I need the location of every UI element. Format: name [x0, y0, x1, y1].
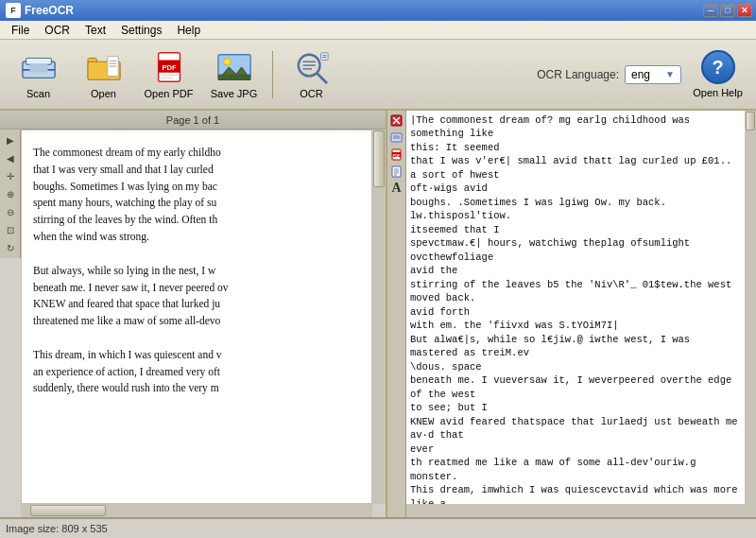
open-pdf-icon: PDF — [151, 49, 187, 85]
document-text: The commonest dream of my early childho … — [33, 145, 360, 397]
side-tools: ▶ ◀ ✛ ⊕ ⊖ ⊡ ↻ — [0, 130, 21, 258]
fit-tool[interactable]: ⊡ — [2, 221, 19, 238]
status-bar: Image size: 809 x 535 — [0, 517, 756, 538]
menu-settings[interactable]: Settings — [113, 22, 169, 39]
menu-text[interactable]: Text — [77, 22, 113, 39]
menu-ocr[interactable]: OCR — [37, 22, 77, 39]
open-label: Open — [91, 88, 116, 99]
menu-help[interactable]: Help — [169, 22, 208, 39]
svg-rect-2 — [27, 60, 49, 62]
svg-rect-25 — [320, 53, 328, 61]
rt-close-btn[interactable] — [389, 113, 404, 128]
open-icon — [86, 49, 122, 85]
save-jpg-label: Save JPG — [211, 88, 258, 99]
ocr-scroll-thumb[interactable] — [746, 112, 755, 130]
open-pdf-label: Open PDF — [145, 88, 194, 99]
open-pdf-button[interactable]: PDF Open PDF — [138, 45, 199, 104]
rt-tool5[interactable]: A — [389, 181, 404, 196]
scan-icon — [21, 49, 57, 85]
svg-point-17 — [223, 59, 231, 66]
ocr-label: OCR — [300, 88, 322, 99]
dropdown-arrow-icon: ▼ — [665, 69, 675, 79]
toolbar-separator — [272, 51, 273, 98]
main-content: Page 1 of 1 ▶ ◀ ✛ ⊕ ⊖ ⊡ ↻ The commonest … — [0, 111, 756, 517]
svg-rect-4 — [29, 63, 47, 73]
ocr-text-content[interactable]: |The commonest dream of? mg earlg childh… — [406, 111, 745, 504]
menu-file[interactable]: File — [4, 22, 37, 39]
language-value: eng — [631, 68, 650, 81]
document-content: The commonest dream of my early childho … — [21, 130, 372, 504]
title-bar-left: F FreeOCR — [6, 3, 74, 18]
toolbar: Scan Open PDF Open PDF — [0, 40, 756, 111]
title-bar-controls[interactable]: ─ □ ✕ — [703, 4, 752, 17]
app-title: FreeOCR — [25, 4, 74, 17]
doc-vertical-scrollbar[interactable] — [372, 130, 386, 504]
zoom-in-tool[interactable]: ⊕ — [2, 185, 19, 202]
page-header: Page 1 of 1 — [0, 111, 386, 130]
svg-line-21 — [317, 74, 326, 83]
rt-tool2[interactable] — [389, 130, 404, 145]
ocr-panel: PDF A |The commonest d — [387, 111, 756, 517]
close-button[interactable]: ✕ — [737, 4, 752, 17]
open-help-button[interactable]: ? Open Help — [687, 45, 748, 104]
help-icon: ? — [701, 50, 735, 84]
zoom-out-tool[interactable]: ⊖ — [2, 203, 19, 220]
ocr-text: |The commonest dream of? mg earlg childh… — [410, 113, 741, 504]
prev-page-tool[interactable]: ◀ — [2, 149, 19, 166]
ocr-icon — [294, 49, 330, 85]
doc-horizontal-scrollbar[interactable] — [21, 504, 372, 517]
title-bar: F FreeOCR ─ □ ✕ — [0, 0, 756, 21]
font-icon: A — [391, 181, 401, 196]
language-dropdown[interactable]: eng ▼ — [625, 65, 681, 84]
ocr-vertical-scrollbar[interactable] — [745, 111, 756, 504]
maximize-button[interactable]: □ — [720, 4, 735, 17]
ocr-language-section: OCR Language: eng ▼ ? Open Help — [537, 45, 748, 104]
right-tools: PDF A — [387, 111, 406, 517]
move-tool[interactable]: ✛ — [2, 167, 19, 184]
doc-scroll-thumb[interactable] — [373, 130, 385, 187]
ocr-language-label: OCR Language: — [537, 68, 619, 81]
help-label: Open Help — [693, 87, 743, 98]
document-panel: Page 1 of 1 ▶ ◀ ✛ ⊕ ⊖ ⊡ ↻ The commonest … — [0, 111, 387, 517]
save-jpg-button[interactable]: Save JPG — [203, 45, 265, 104]
app-icon: F — [6, 3, 21, 18]
pan-tool[interactable]: ▶ — [2, 131, 19, 148]
open-button[interactable]: Open — [73, 45, 134, 104]
scan-button[interactable]: Scan — [8, 45, 69, 104]
status-text: Image size: 809 x 535 — [6, 523, 108, 534]
svg-text:PDF: PDF — [162, 63, 177, 72]
svg-text:PDF: PDF — [393, 153, 402, 158]
minimize-button[interactable]: ─ — [703, 4, 718, 17]
save-jpg-icon — [216, 49, 252, 85]
ocr-button[interactable]: OCR — [281, 45, 342, 104]
ocr-horizontal-scrollbar[interactable] — [406, 504, 756, 517]
doc-h-scroll-thumb[interactable] — [30, 505, 106, 516]
menu-bar: File OCR Text Settings Help — [0, 21, 756, 40]
svg-rect-19 — [217, 75, 249, 80]
rt-tool4[interactable] — [389, 164, 404, 179]
rt-tool3[interactable]: PDF — [389, 147, 404, 162]
scan-label: Scan — [26, 88, 50, 99]
rotate-tool[interactable]: ↻ — [2, 239, 19, 256]
